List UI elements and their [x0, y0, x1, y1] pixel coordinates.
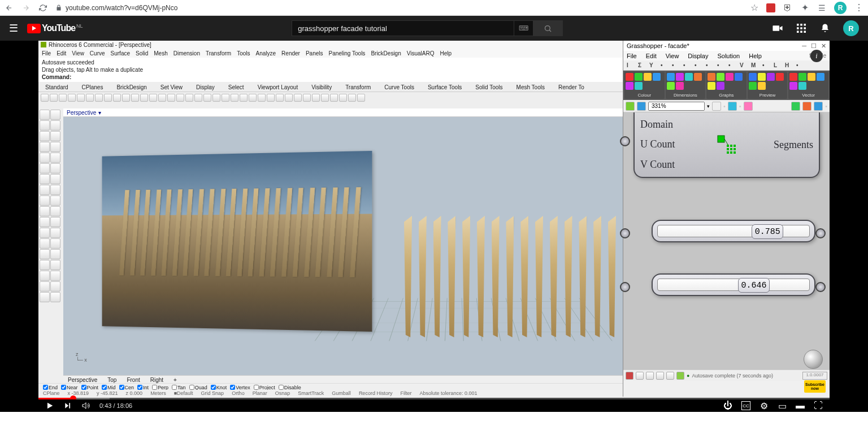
extension-shield-icon[interactable]: ⛨ [783, 3, 792, 12]
svg-rect-6 [804, 24, 806, 26]
status-icon[interactable] [666, 372, 674, 380]
reload-button[interactable] [38, 3, 47, 12]
svg-rect-11 [800, 31, 802, 33]
save-icon[interactable] [637, 102, 646, 111]
star-icon[interactable]: ☆ [750, 2, 758, 13]
axis-gizmo: z└─ x [76, 351, 87, 363]
wire-grip[interactable] [815, 228, 826, 238]
maximize-icon[interactable]: ☐ [811, 42, 817, 50]
notifications-bell-icon[interactable] [819, 23, 831, 34]
minimize-icon[interactable]: ─ [802, 42, 806, 50]
viewport-3d[interactable]: z└─ x [63, 117, 623, 375]
video-player[interactable]: Rhinoceros 6 Commercial - [Perspective] … [38, 41, 830, 412]
gh-category-icons[interactable]: IΣY•••••••VM•LH• [623, 60, 830, 71]
parametric-facade-model [404, 216, 616, 337]
back-button[interactable] [5, 3, 14, 12]
svg-rect-7 [797, 27, 799, 29]
slider-handle[interactable]: 0.785 [752, 224, 783, 239]
output-port[interactable]: Segments [749, 139, 813, 151]
rhino-toolbar-tabs[interactable]: StandardCPlanesBrickDesignSet ViewDispla… [38, 82, 623, 92]
keyboard-icon[interactable]: ⌨ [514, 20, 533, 36]
wire-grip[interactable] [620, 282, 630, 292]
chevron-down-icon[interactable]: ▾ [707, 103, 710, 109]
svg-rect-22 [734, 151, 736, 154]
rhino-command-area[interactable]: Autosave succeeded Drag objects, tap Alt… [38, 58, 623, 82]
rhino-menubar[interactable]: FileEditViewCurveSurfaceSolidMeshDimensi… [38, 49, 623, 58]
status-icon[interactable] [656, 372, 664, 380]
wire-grip[interactable] [620, 136, 630, 146]
zoom-extents-icon[interactable] [712, 102, 721, 111]
rhino-standard-toolbar[interactable] [38, 92, 623, 103]
gh-titlebar[interactable]: Grasshopper - facade* ─ ☐ ✕ [623, 41, 830, 51]
close-icon[interactable]: ✕ [821, 42, 826, 50]
wire-grip[interactable] [815, 282, 826, 292]
forward-button[interactable] [21, 3, 31, 12]
user-avatar[interactable]: R [843, 20, 859, 36]
rhino-side-toolbar[interactable] [38, 108, 63, 375]
address-bar[interactable]: youtube.com/watch?v=d6QVMj-pNco [55, 4, 743, 12]
youtube-region: NL [76, 23, 83, 29]
rhino-logo-icon [41, 42, 46, 47]
zoom-input[interactable] [648, 102, 705, 111]
gh-canvas-toolbar[interactable]: ▾ • • • [623, 100, 830, 112]
status-icon[interactable] [626, 372, 633, 380]
rhino-window: Rhinoceros 6 Commercial - [Perspective] … [38, 41, 623, 397]
divide-domain-component[interactable]: Domain U Count V Count Segments [633, 112, 820, 178]
chrome-profile-avatar[interactable]: R [834, 2, 847, 14]
gh-canvas[interactable]: Domain U Count V Count Segments 0.785 [623, 112, 830, 381]
input-port[interactable]: Domain [640, 119, 704, 131]
chevron-down-icon[interactable]: ▾ [98, 110, 101, 116]
open-icon[interactable] [626, 102, 635, 111]
svg-rect-15 [730, 145, 732, 147]
next-button[interactable] [63, 401, 72, 410]
search-input[interactable] [292, 20, 514, 36]
hamburger-menu-icon[interactable]: ☰ [9, 22, 18, 34]
svg-point-0 [545, 25, 550, 31]
play-button[interactable] [45, 401, 54, 410]
gh-component-tabs[interactable]: ColourDimensionsGraphsPreviewVector [623, 71, 830, 100]
rhino-statusbar: CPlanex -38.819y -45.821z 0.000Meters■De… [38, 390, 623, 397]
compass-sphere[interactable] [804, 350, 823, 369]
extension-icon[interactable] [766, 3, 775, 12]
preview-icon[interactable] [728, 102, 737, 111]
subscribe-badge[interactable]: Subscribenow [804, 380, 826, 393]
slider-handle[interactable]: 0.646 [738, 278, 770, 293]
sketch-icon[interactable] [744, 102, 753, 111]
rhino-viewport[interactable]: Perspective▾ z└─ x [63, 108, 623, 375]
reading-list-icon[interactable]: ☰ [817, 3, 826, 12]
input-port[interactable]: V Count [640, 159, 704, 171]
card-info-icon[interactable]: i [810, 50, 823, 62]
volume-icon[interactable] [81, 401, 90, 410]
captions-icon[interactable]: CC [741, 401, 750, 410]
fullscreen-icon[interactable]: ⛶ [814, 401, 823, 410]
svg-rect-8 [800, 27, 802, 29]
miniplayer-icon[interactable]: ▭ [778, 401, 787, 410]
autoplay-toggle[interactable]: ⏻ [723, 401, 732, 410]
lock-icon[interactable] [814, 102, 823, 111]
apps-grid-icon[interactable] [796, 23, 807, 34]
create-video-icon[interactable] [772, 23, 783, 34]
settings-gear-icon[interactable]: ⚙ [760, 401, 769, 410]
input-port[interactable]: U Count [640, 138, 704, 150]
theater-mode-icon[interactable]: ▬ [796, 401, 805, 410]
search-button[interactable] [533, 20, 563, 36]
cmd-line: Autosave succeeded [42, 59, 619, 66]
status-icon[interactable] [646, 372, 654, 380]
number-slider[interactable]: 0.785 [652, 220, 815, 242]
cluster-icon[interactable] [791, 102, 800, 111]
chrome-menu-icon[interactable]: ⋮ [854, 2, 863, 13]
gh-menubar[interactable]: FileEditViewDisplaySolutionHelpfacade [623, 51, 830, 60]
status-icon[interactable] [676, 372, 684, 380]
extensions-puzzle-icon[interactable]: ✦ [800, 3, 809, 12]
wire-grip[interactable] [620, 228, 630, 238]
solver-icon[interactable] [802, 102, 811, 111]
rhino-title-text: Rhinoceros 6 Commercial - [Perspective] [49, 42, 151, 48]
rhino-titlebar: Rhinoceros 6 Commercial - [Perspective] [38, 41, 623, 49]
svg-rect-17 [727, 148, 729, 150]
player-controls: 0:43 / 18:06 ⏻ CC ⚙ ▭ ▬ ⛶ [38, 399, 830, 412]
status-icon[interactable] [636, 372, 644, 380]
viewport-title[interactable]: Perspective▾ [63, 108, 623, 117]
youtube-logo[interactable]: YouTube NL [27, 23, 83, 33]
svg-rect-10 [797, 31, 799, 33]
number-slider[interactable]: 0.646 [652, 273, 815, 296]
